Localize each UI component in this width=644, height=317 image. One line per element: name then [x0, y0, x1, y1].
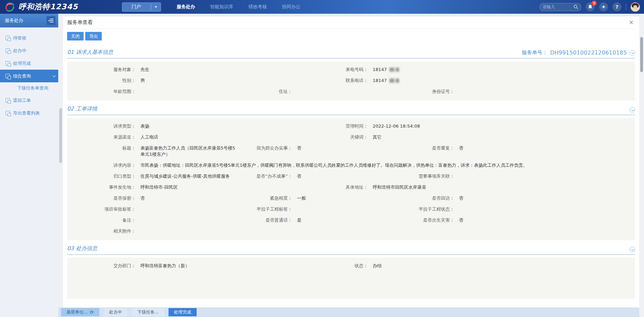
collapse-section-icon[interactable]	[630, 107, 635, 113]
logo-icon	[4, 2, 16, 12]
field-value: 是	[292, 217, 301, 223]
sidebar-item-completed[interactable]: 处理完成	[0, 57, 58, 70]
section-label: 诉求人基本信息	[76, 49, 113, 55]
field-value: 一般	[292, 195, 306, 201]
section-number: 01	[67, 49, 74, 55]
order-number-value: DH9915010022120610185	[550, 49, 627, 56]
nav-item-collaboration[interactable]: 协同办公	[282, 4, 300, 10]
field-label: 归口类型：	[67, 173, 136, 179]
field-label: 备注：	[67, 217, 136, 223]
toolbar: 关闭 导出	[67, 29, 635, 44]
inner-scrollbar	[58, 14, 63, 317]
close-button[interactable]: 关闭	[67, 32, 84, 40]
right-scrollbar	[639, 14, 644, 317]
user-avatar[interactable]	[631, 2, 640, 12]
sidebar-item-export-view-list[interactable]: 导出查看列表	[0, 107, 58, 119]
refresh-icon[interactable]: ⟳	[90, 310, 94, 315]
field-value: 18147	[368, 67, 387, 73]
collapse-section-icon[interactable]	[630, 50, 635, 56]
form-row: 服务对象：先生 来电号码：18147	[67, 64, 635, 75]
question-mark-icon: ?	[616, 4, 618, 10]
nav-item-performance[interactable]: 绩效考核	[248, 4, 267, 10]
scrollbar-thumb[interactable]	[59, 108, 62, 163]
scrollbar-thumb[interactable]	[640, 37, 643, 72]
sidebar-item-label: 处理完成	[13, 60, 31, 67]
field-label: 紧急程度：	[238, 195, 292, 201]
field-value: 呼和浩特市回民区水岸康居	[368, 184, 426, 190]
portal-menu-button[interactable]: 门户	[122, 2, 161, 12]
section-requester-info: 01诉求人基本信息 服务单号： DH9915010022120610185 服务…	[67, 49, 635, 101]
compass-button[interactable]	[599, 2, 608, 11]
search-icon[interactable]	[573, 4, 578, 9]
help-button[interactable]: ?	[612, 2, 621, 11]
tab-base-unit[interactable]: 基层单位... ⟳	[61, 308, 99, 316]
outdent-icon	[48, 18, 54, 23]
search-input[interactable]	[543, 4, 573, 9]
sidebar-item-label: 综合查询	[13, 73, 31, 79]
sidebar-item-in-progress[interactable]: 处办中	[0, 44, 58, 57]
field-label: 住址：	[238, 89, 292, 95]
form-row: 诉求类型：表扬 受理时间：2022-12-06 18:54:08	[67, 121, 635, 132]
form-row: 来源渠道：人工电话 关键词：其它	[67, 132, 635, 143]
chevron-down-icon	[52, 74, 56, 77]
section-panel: 诉求类型：表扬 受理时间：2022-12-06 18:54:08 来源渠道：人工…	[67, 118, 635, 240]
field-label: 服务对象：	[67, 67, 136, 73]
field-value: 表扬富泰热力工作人员（回民区水岸康居5号楼5单元1楼东户）	[136, 145, 238, 157]
field-label: 是否“办不成事”：	[238, 173, 292, 179]
nav-item-service-handling[interactable]: 服务处办	[177, 4, 195, 10]
sidebar-item-comprehensive-query[interactable]: 综合查询	[0, 70, 58, 82]
bell-icon	[588, 4, 593, 10]
tab-label: 基层单位...	[66, 308, 88, 316]
form-row: 诉求内容：市民表扬：供暖地址：回民区水岸康居5号楼5单元1楼东户，供暖阀门有异响…	[67, 160, 635, 171]
field-label: 半拉子工程标签：	[238, 206, 292, 212]
field-value: 否	[136, 195, 145, 201]
form-row: 项目审批标签： 半拉子工程标签： 半拉子工程状态：	[67, 204, 635, 215]
export-button[interactable]: 导出	[85, 32, 102, 40]
field-label: 半拉子工程状态：	[398, 206, 454, 212]
global-search[interactable]	[540, 3, 581, 11]
sidebar-item-label: 处办中	[13, 48, 26, 54]
field-value: 18147	[368, 78, 387, 84]
notifications-button[interactable]: 9	[586, 2, 595, 11]
sidebar-collapse-button[interactable]	[47, 16, 55, 25]
compass-icon	[601, 4, 606, 9]
sidebar-item-subordinate-task-query[interactable]: 下级任务单查询	[0, 82, 58, 94]
field-label: 状态：	[313, 263, 368, 269]
app-logo: 呼和浩特12345	[4, 2, 78, 12]
section-label: 处办信息	[76, 245, 97, 251]
field-label: 诉求内容：	[67, 162, 136, 168]
field-label: 是否保密：	[67, 195, 136, 201]
sidebar-header-label: 服务处办	[5, 17, 47, 24]
field-value: 否	[454, 145, 463, 151]
field-value: 否	[454, 195, 463, 201]
tab-in-progress[interactable]: 处办中	[104, 308, 128, 316]
field-label: 受理时间：	[313, 123, 368, 129]
field-label: 年龄范围：	[67, 89, 136, 95]
field-value: 办结	[368, 263, 382, 269]
section-header: 03处办信息	[67, 245, 635, 255]
field-value: 男	[136, 78, 145, 84]
collapse-section-icon[interactable]	[630, 247, 635, 252]
document-copy-icon	[5, 111, 10, 115]
sidebar-item-label: 下级任务单查询	[17, 85, 48, 91]
sidebar-item-pending-sign[interactable]: 待签收	[0, 32, 58, 44]
sidebar-item-returned-orders[interactable]: 退回工单	[0, 94, 58, 107]
sidebar-item-label: 导出查看列表	[13, 110, 40, 116]
field-label: 联系电话：	[313, 78, 368, 84]
field-value: 否	[454, 217, 463, 223]
field-value: 2022-12-06 18:54:08	[368, 123, 420, 129]
field-label: 相关附件：	[67, 228, 136, 234]
field-label: 是否重复：	[398, 145, 454, 151]
redacted-digits	[389, 79, 399, 83]
portal-dropdown-toggle[interactable]	[151, 6, 161, 8]
form-row: 标题：表扬富泰热力工作人员（回民区水岸康居5号楼5单元1楼东户） 我为群众办实事…	[67, 143, 635, 160]
section-panel: 服务对象：先生 来电号码：18147 性别：男 联系电话：18147 年龄范围：…	[67, 61, 635, 101]
nav-item-knowledge-base[interactable]: 智能知识库	[210, 4, 234, 10]
field-value: 人工电话	[136, 134, 158, 140]
tab-subordinate-task[interactable]: 下级任务...	[132, 308, 164, 316]
field-label: 项目审批标签：	[67, 206, 136, 212]
document-copy-icon	[5, 48, 10, 53]
section-panel: 交办部门：呼和浩特富泰热力（新） 状态：办结	[67, 258, 635, 299]
tab-process-completed[interactable]: 处理完成	[169, 308, 197, 316]
close-icon[interactable]: ×	[628, 19, 635, 26]
